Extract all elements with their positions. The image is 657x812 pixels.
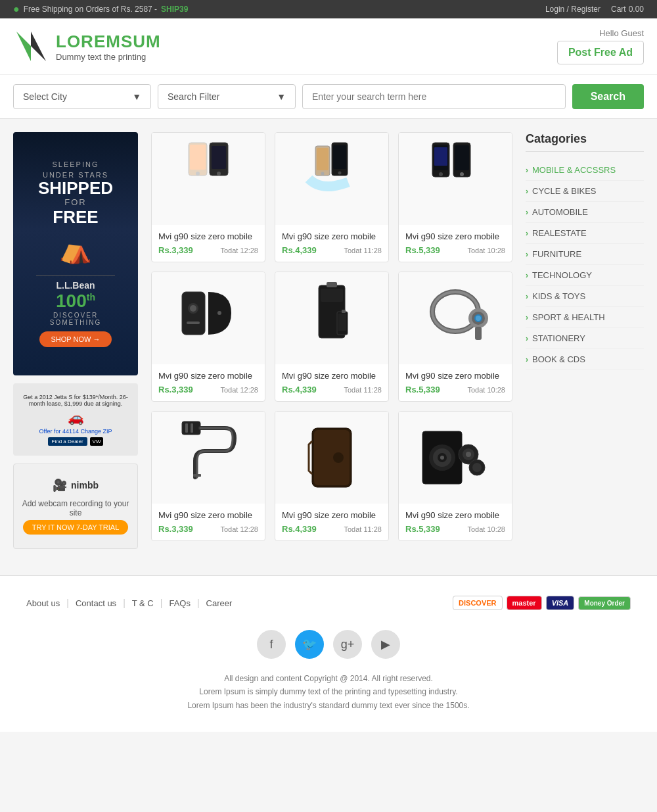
product-title: Mvi g90 size zero mobile (282, 231, 382, 241)
product-card[interactable]: Mvi g90 size zero mobile Rs.5,339 Todat … (398, 132, 512, 262)
product-card[interactable]: Mvi g90 size zero mobile Rs.5,339 Todat … (398, 272, 512, 402)
nimbb-ad[interactable]: 🎥 nimbb Add webcam recording to your sit… (13, 464, 138, 549)
category-label: REALESTATE (532, 228, 587, 238)
category-item[interactable]: ›CYCLE & BIKES (526, 181, 644, 202)
svg-rect-12 (317, 148, 328, 170)
footer-nav-separator: | (123, 598, 125, 608)
ad-for-text: FOR (64, 197, 86, 207)
category-item[interactable]: ›FURNITURE (526, 244, 644, 265)
camping-ad[interactable]: SLEEPING UNDER STARS SHIPPED FOR FREE ⛺ … (13, 132, 138, 375)
login-register-link[interactable]: Login / Register (545, 5, 600, 14)
category-item[interactable]: ›KIDS & TOYS (526, 286, 644, 307)
car-ad[interactable]: Get a 2012 Jetta S for $139*/Month. 26-m… (13, 383, 138, 456)
search-bar: Select City ▼ Search Filter ▼ Search (0, 75, 657, 119)
category-item[interactable]: ›STATIONERY (526, 328, 644, 349)
product-title: Mvi g90 size zero mobile (158, 231, 258, 241)
category-chevron-icon: › (526, 271, 528, 280)
product-card[interactable]: Mvi g90 size zero mobile Rs.3,339 Todat … (151, 411, 265, 541)
shop-now-button[interactable]: SHOP NOW → (39, 331, 112, 347)
footer-nav-link[interactable]: T & C (132, 598, 154, 608)
product-info: Mvi g90 size zero mobile Rs.3,339 Todat … (152, 364, 265, 401)
svg-rect-40 (191, 423, 193, 433)
ad-sleeping-text: SLEEPING (52, 160, 99, 168)
svg-rect-10 (333, 145, 346, 169)
category-item[interactable]: ›SPORT & HEALTH (526, 307, 644, 328)
category-label: CYCLE & BIKES (532, 186, 597, 196)
footer-nav-link[interactable]: FAQs (169, 598, 191, 608)
llbean-years: 100th (56, 291, 95, 312)
shipping-notice: ● Free Shipping on Orders of Rs. 2587 - … (13, 3, 188, 15)
product-title: Mvi g90 size zero mobile (405, 231, 505, 241)
hello-guest: Hello Guest (557, 28, 644, 38)
nimbb-header: 🎥 nimbb (53, 478, 99, 492)
svg-rect-43 (314, 430, 350, 485)
category-item[interactable]: ›AUTOMOBILE (526, 202, 644, 223)
payment-badge-mastercard: master (507, 596, 542, 610)
post-free-ad-button[interactable]: Post Free Ad (557, 41, 644, 64)
footer-nav: About us|Contact us|T & C|FAQs|Career (26, 598, 232, 608)
product-card[interactable]: Mvi g90 size zero mobile Rs.3,339 Todat … (151, 272, 265, 402)
car-buttons: Find a Dealer VW (21, 437, 130, 446)
category-chevron-icon: › (526, 292, 528, 301)
logo-text: LOREMSUM Dummy text the printing (56, 32, 161, 62)
product-card[interactable]: Mvi g90 size zero mobile Rs.4,339 Todat … (275, 411, 389, 541)
city-select-label: Select City (23, 91, 67, 102)
product-title: Mvi g90 size zero mobile (158, 371, 258, 381)
ad-understars-text: UNDER STARS (43, 171, 108, 179)
svg-point-16 (439, 172, 443, 176)
category-label: AUTOMOBILE (532, 207, 588, 217)
product-image (275, 272, 388, 364)
search-input[interactable] (302, 84, 566, 109)
footer-nav-link[interactable]: Career (206, 598, 233, 608)
facebook-icon[interactable]: f (257, 630, 286, 659)
product-card[interactable]: Mvi g90 size zero mobile Rs.4,339 Todat … (275, 272, 389, 402)
logo[interactable]: LOREMSUM Dummy text the printing (13, 28, 161, 64)
product-image (399, 412, 512, 504)
footer-nav-link[interactable]: About us (26, 598, 60, 608)
nimbb-try-button[interactable]: TRY IT NOW 7-DAY TRIAL (23, 520, 129, 535)
header-right: Hello Guest Post Free Ad (557, 28, 644, 64)
product-card[interactable]: Mvi g90 size zero mobile Rs.4,339 Todat … (275, 132, 389, 262)
product-card[interactable]: Mvi g90 size zero mobile Rs.5,339 Todat … (398, 411, 512, 541)
category-item[interactable]: ›BOOK & CDS (526, 349, 644, 370)
product-meta: Rs.5,339 Todat 10:28 (405, 385, 505, 394)
product-meta: Rs.4,339 Todat 11:28 (282, 245, 382, 255)
cart-info[interactable]: Cart 0.00 (611, 5, 644, 14)
product-date: Todat 10:28 (468, 386, 506, 394)
find-dealer-btn[interactable]: Find a Dealer (48, 437, 87, 446)
category-item[interactable]: ›TECHNOLOGY (526, 265, 644, 286)
youtube-icon[interactable]: ▶ (371, 630, 400, 659)
svg-rect-27 (327, 282, 337, 287)
category-item[interactable]: ›MOBILE & ACCSSRS (526, 160, 644, 181)
top-bar-right: Login / Register Cart 0.00 (545, 5, 644, 14)
logo-tagline: Dummy text the printing (56, 52, 161, 62)
footer-nav-separator: | (66, 598, 69, 608)
svg-point-7 (196, 172, 200, 176)
product-meta: Rs.3,339 Todat 12:28 (158, 385, 258, 394)
product-date: Todat 10:28 (468, 525, 506, 533)
svg-point-44 (333, 452, 344, 463)
category-chevron-icon: › (526, 250, 528, 259)
product-card[interactable]: Mvi g90 size zero mobile Rs.3,339 Todat … (151, 132, 265, 262)
footer-nav-link[interactable]: Contact us (76, 598, 116, 608)
category-item[interactable]: ›REALESTATE (526, 223, 644, 244)
twitter-icon[interactable]: 🐦 (295, 630, 324, 659)
product-date: Todat 11:28 (344, 525, 382, 533)
product-grid: Mvi g90 size zero mobile Rs.3,339 Todat … (151, 132, 512, 541)
cart-amount: 0.00 (629, 5, 644, 14)
search-button[interactable]: Search (572, 84, 644, 109)
svg-marker-1 (31, 32, 46, 61)
googleplus-icon[interactable]: g+ (333, 630, 362, 659)
search-filter-select[interactable]: Search Filter ▼ (158, 84, 296, 109)
copyright-text: All design and content Copyright @ 2014.… (13, 672, 644, 685)
product-info: Mvi g90 size zero mobile Rs.4,339 Todat … (275, 504, 388, 540)
category-label: KIDS & TOYS (532, 291, 585, 301)
product-date: Todat 10:28 (468, 247, 506, 254)
svg-rect-4 (212, 146, 226, 169)
svg-rect-31 (342, 310, 346, 313)
llbean-brand: L.L.Bean (56, 280, 95, 291)
category-label: BOOK & CDS (532, 354, 585, 364)
product-date: Todat 12:28 (221, 247, 259, 254)
divider (36, 275, 115, 276)
city-select[interactable]: Select City ▼ (13, 84, 151, 109)
